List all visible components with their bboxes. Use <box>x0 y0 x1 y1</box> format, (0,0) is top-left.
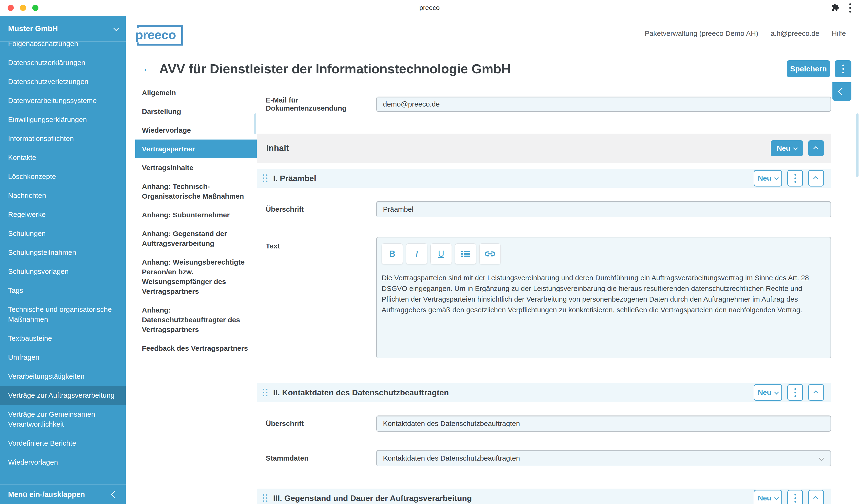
section3-more-button[interactable] <box>787 490 803 504</box>
editor-text[interactable]: Die Vertragsparteien sind mit der Leistu… <box>381 272 821 315</box>
italic-button[interactable]: I <box>406 243 427 264</box>
sidebar-item-tags[interactable]: Tags <box>0 281 126 300</box>
section1-more-button[interactable] <box>787 170 803 186</box>
tab-anhang-gegenstand[interactable]: Anhang: Gegenstand der Auftragsverarbeit… <box>135 224 257 253</box>
sidebar-item-nachrichten[interactable]: Nachrichten <box>0 186 126 205</box>
tab-darstellung[interactable]: Darstellung <box>135 102 257 121</box>
sidebar-item-datenschutzverletzungen[interactable]: Datenschutzverletzungen <box>0 72 126 91</box>
section1-heading-input[interactable] <box>376 201 831 217</box>
form-area: E-Mail für Dokumentenzusendung Inhalt Ne… <box>257 82 831 504</box>
page-title-row: ← AVV für Dienstleister der Informations… <box>139 58 852 80</box>
sidebar-item-einwilligungserklaerungen[interactable]: Einwilligungserklärungen <box>0 110 126 129</box>
stammdaten-select[interactable]: Kontaktdaten des Datenschutzbeauftragten <box>376 450 831 466</box>
browser-tab-title: preeco <box>0 4 859 12</box>
preeco-logo[interactable]: preeco <box>137 25 183 46</box>
bullet-list-button[interactable] <box>455 243 476 264</box>
bold-button[interactable]: B <box>381 243 403 264</box>
content-title: Inhalt <box>266 143 766 153</box>
underline-button[interactable]: U <box>431 243 452 264</box>
sidebar-item-folgenabschaetzungen[interactable]: Folgenabschätzungen <box>0 42 126 53</box>
tab-anhang-weisungsberechtigte[interactable]: Anhang: Weisungsberechtigte Person/en bz… <box>135 253 257 301</box>
extension-puzzle-icon[interactable] <box>831 3 839 12</box>
tab-feedback[interactable]: Feedback des Vertragspartners <box>135 339 257 357</box>
sidebar-item-vertraege-gemeinsame-verantwortlichkeit[interactable]: Verträge zur Gemeinsamen Verantwortlichk… <box>0 405 126 434</box>
section-gegenstand-header: III. Gegenstand und Dauer der Auftragsve… <box>257 489 831 504</box>
section2-collapse-button[interactable] <box>808 384 824 401</box>
preeco-logo-text: preeco <box>135 28 178 43</box>
section1-neu-button[interactable]: Neu <box>754 170 782 186</box>
account-email-link[interactable]: a.h@preeco.de <box>770 29 819 37</box>
sidebar-item-datenschutzerklaerungen[interactable]: Datenschutzerklärungen <box>0 53 126 72</box>
content-header-band: Inhalt Neu <box>257 134 831 163</box>
tab-wiedervorlage[interactable]: Wiedervorlage <box>135 121 257 139</box>
chevron-up-icon <box>813 147 818 151</box>
org-switcher[interactable]: Muster GmbH <box>0 16 126 42</box>
email-row: E-Mail für Dokumentenzusendung <box>257 96 831 112</box>
chevron-down-icon <box>774 495 779 500</box>
drag-handle-icon[interactable] <box>263 389 268 396</box>
chevron-up-icon <box>813 176 818 181</box>
help-link[interactable]: Hilfe <box>832 29 846 37</box>
richtext-editor[interactable]: B I U Die Vertragsparteien sind mit der … <box>376 237 831 358</box>
tab-anhang-tom[interactable]: Anhang: Technisch-Organisatorische Maßna… <box>135 177 257 205</box>
sidebar-item-regelwerke[interactable]: Regelwerke <box>0 205 126 224</box>
org-name: Muster GmbH <box>8 24 58 33</box>
sidebar-collapse-toggle[interactable]: Menü ein-/ausklappen <box>0 485 126 504</box>
back-arrow-icon[interactable]: ← <box>142 62 153 75</box>
section2-neu-button[interactable]: Neu <box>754 384 782 401</box>
tab-vertragsinhalte[interactable]: Vertragsinhalte <box>135 158 257 177</box>
content-neu-button[interactable]: Neu <box>771 140 803 156</box>
sidebar-item-textbausteine[interactable]: Textbausteine <box>0 329 126 348</box>
sidebar-item-informationspflichten[interactable]: Informationspflichten <box>0 129 126 148</box>
panel-collapse-tab[interactable] <box>832 82 852 101</box>
sidebar-item-tom[interactable]: Technische und organisatorische Maßnahme… <box>0 300 126 329</box>
sidebar-item-schulungen[interactable]: Schulungen <box>0 224 126 243</box>
section3-collapse-button[interactable] <box>808 490 824 504</box>
browser-menu-icon[interactable] <box>849 3 851 13</box>
drag-handle-icon[interactable] <box>263 494 268 502</box>
sidebar-item-vertraege-auftragsverarbeitung[interactable]: Verträge zur Auftragsverarbeitung <box>0 386 126 405</box>
page-scrollbar[interactable] <box>856 113 859 177</box>
sidebar-item-datenverarbeitungssysteme[interactable]: Datenverarbeitungssysteme <box>0 91 126 110</box>
section2-heading-input[interactable] <box>376 415 831 432</box>
section-kontaktdaten-header: II. Kontaktdaten des Datenschutzbeauftra… <box>257 383 831 402</box>
drag-handle-icon[interactable] <box>263 174 268 182</box>
kebab-icon <box>795 494 796 503</box>
tab-anhang-subunternehmer[interactable]: Anhang: Subunternehmer <box>135 205 257 224</box>
chevron-down-icon <box>793 146 798 150</box>
sidebar-item-verarbeitungstaetigkeiten[interactable]: Verarbeitungstätigkeiten <box>0 367 126 386</box>
tab-allgemein[interactable]: Allgemein <box>135 83 257 102</box>
sidebar-item-schulungsvorlagen[interactable]: Schulungsvorlagen <box>0 262 126 281</box>
chevron-down-icon <box>819 455 824 460</box>
email-label: E-Mail für Dokumentenzusendung <box>257 96 376 112</box>
document-tabs: Allgemein Darstellung Wiedervorlage Vert… <box>135 83 257 357</box>
heading-label: Überschrift <box>257 205 376 213</box>
sidebar-item-umfragen[interactable]: Umfragen <box>0 348 126 367</box>
section2-more-button[interactable] <box>787 384 803 401</box>
sidebar-item-schulungsteilnahmen[interactable]: Schulungsteilnahmen <box>0 243 126 262</box>
email-input[interactable] <box>376 96 831 112</box>
browser-chrome: preeco <box>0 0 859 16</box>
sidebar-item-wiedervorlagen[interactable]: Wiedervorlagen <box>0 453 126 472</box>
section3-neu-button[interactable]: Neu <box>754 490 782 504</box>
tab-anhang-datenschutzbeauftragter[interactable]: Anhang: Datenschutzbeauftragter des Vert… <box>135 301 257 339</box>
tab-vertragspartner[interactable]: Vertragspartner <box>135 139 257 158</box>
chevron-left-icon <box>838 88 846 96</box>
page-more-button[interactable] <box>835 60 852 77</box>
content-collapse-button[interactable] <box>808 140 824 156</box>
paketverwaltung-link[interactable]: Paketverwaltung (preeco Demo AH) <box>645 29 758 37</box>
link-button[interactable] <box>479 243 501 264</box>
sidebar-item-kontakte[interactable]: Kontakte <box>0 148 126 167</box>
chevron-up-icon <box>813 496 818 501</box>
sidebar-item-loeschkonzepte[interactable]: Löschkonzepte <box>0 167 126 186</box>
app-header: preeco Paketverwaltung (preeco Demo AH) … <box>126 16 859 58</box>
underline-icon: U <box>438 249 444 259</box>
stammdaten-selected-value: Kontaktdaten des Datenschutzbeauftragten <box>383 454 520 462</box>
section-praeambel-header: I. Präambel Neu <box>257 169 831 188</box>
text-label: Text <box>257 237 376 250</box>
save-button[interactable]: Speichern <box>787 60 830 77</box>
sidebar-item-vordefinierte-berichte[interactable]: Vordefinierte Berichte <box>0 434 126 453</box>
stammdaten-row: Stammdaten Kontaktdaten des Datenschutzb… <box>257 450 831 466</box>
text-row: Text B I U Die Vertragsparteien sind mit <box>257 237 831 358</box>
section1-collapse-button[interactable] <box>808 170 824 186</box>
